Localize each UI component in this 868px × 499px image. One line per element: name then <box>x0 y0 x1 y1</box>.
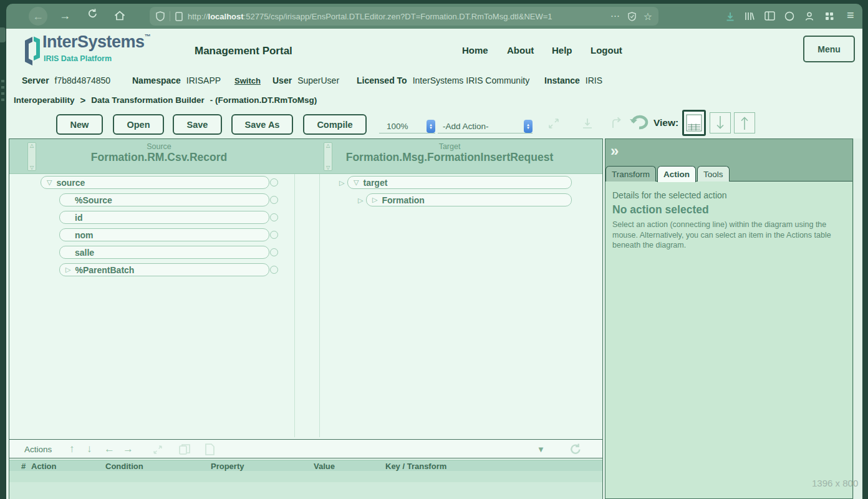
move-left-button[interactable]: ← <box>104 443 115 455</box>
tracking-shield-icon[interactable] <box>156 11 165 21</box>
firefox-view-button[interactable] <box>784 11 794 24</box>
page-info-icon[interactable] <box>175 12 183 21</box>
redo-button[interactable] <box>609 116 624 133</box>
scroll-up-icon: △ <box>29 143 35 148</box>
connector-dot[interactable] <box>270 213 278 221</box>
target-property-node[interactable]: ▽ target <box>347 176 572 189</box>
page-scrollbar[interactable] <box>853 138 862 499</box>
instance-info: InstanceIRIS <box>544 75 602 85</box>
scroll-up-icon: △ <box>325 143 331 148</box>
copy-button[interactable] <box>179 443 190 458</box>
source-property-node[interactable]: %Source <box>59 193 269 206</box>
actions-dropdown-icon[interactable]: ▼ <box>537 445 545 454</box>
source-scroll-widget[interactable]: △▽ <box>27 142 36 171</box>
canvas-divider-right <box>319 174 320 437</box>
nav-link[interactable]: About <box>507 45 534 56</box>
app-menu-button[interactable]: ≡ <box>847 8 854 22</box>
node-label: Formation <box>382 195 424 205</box>
expander-icon[interactable]: ▽ <box>354 178 359 187</box>
connector-dot[interactable] <box>270 266 278 274</box>
source-property-node[interactable]: ▽ source <box>41 176 269 189</box>
zoom-select[interactable]: 100% ▲▼ <box>379 120 435 133</box>
sidebar-tab[interactable]: Action <box>657 166 696 182</box>
toolbar-button[interactable]: Open <box>113 114 164 135</box>
node-label: salle <box>75 248 94 258</box>
toolbar-button[interactable]: Save As <box>231 114 293 135</box>
page-title: Management Portal <box>195 45 292 57</box>
source-property-node[interactable]: id <box>59 211 269 224</box>
source-tree-row: %Source <box>41 193 278 206</box>
paste-icon <box>205 443 215 455</box>
circle-swirl-icon <box>784 11 794 21</box>
menu-button[interactable]: Menu <box>803 36 855 62</box>
downloads-button[interactable] <box>725 11 736 24</box>
library-icon <box>745 11 755 21</box>
home-icon <box>114 11 125 21</box>
forward-button[interactable]: → <box>59 9 70 22</box>
view-scroll-up-button[interactable] <box>734 112 755 133</box>
expander-icon[interactable]: ▷ <box>372 196 377 204</box>
view-scroll-down-button[interactable] <box>710 112 731 133</box>
library-button[interactable] <box>745 11 755 24</box>
nav-link[interactable]: Home <box>462 45 488 56</box>
toolbar-button[interactable]: Compile <box>303 114 367 135</box>
source-property-node[interactable]: nom <box>59 228 269 241</box>
import-button[interactable] <box>580 116 595 133</box>
node-label: id <box>75 213 82 223</box>
actions-table-header: #ActionConditionPropertyValueKey / Trans… <box>9 460 602 471</box>
source-property-node[interactable]: ▷ %ParentBatch <box>59 263 269 276</box>
connector-dot[interactable] <box>270 248 278 256</box>
extensions-button[interactable] <box>824 11 834 24</box>
target-scroll-widget[interactable]: △▽ <box>324 142 332 171</box>
collapse-sidebar-icon[interactable]: » <box>610 142 619 160</box>
refresh-button[interactable] <box>87 8 98 22</box>
toolbar-button[interactable]: New <box>56 114 103 135</box>
connector-dot[interactable] <box>270 231 278 239</box>
paste-button[interactable] <box>205 443 215 458</box>
cut-button[interactable] <box>152 443 164 458</box>
connector-triangle[interactable]: ▷ <box>358 196 363 205</box>
expander-icon[interactable]: ▷ <box>65 266 70 274</box>
view-diagram-table-button[interactable] <box>682 110 706 136</box>
actions-label: Actions <box>24 445 52 454</box>
scroll-down-icon: ▽ <box>29 165 35 170</box>
details-sidebar: » TransformActionTools Details for the s… <box>605 138 853 499</box>
nav-link[interactable]: Logout <box>591 45 622 56</box>
url-host: localhost <box>208 12 244 21</box>
move-down-button[interactable]: ↓ <box>87 443 92 455</box>
move-right-button[interactable]: → <box>123 443 133 455</box>
undo-button[interactable] <box>629 115 650 133</box>
target-property-node[interactable]: ▷ Formation <box>366 193 572 206</box>
url-text[interactable]: http://localhost:52775/csp/irisapp/EnsPo… <box>188 12 605 21</box>
source-property-node[interactable]: salle <box>59 246 269 259</box>
expander-icon[interactable]: ▽ <box>47 178 52 187</box>
table-column-header: Value <box>314 462 335 471</box>
add-action-select[interactable]: -Add Action- ▲▼ <box>438 120 533 133</box>
target-header: Target Formation.Msg.FormationInsertRequ… <box>306 142 593 164</box>
connector-dot[interactable] <box>270 196 278 204</box>
breadcrumb-detail: - (Formation.DT.RmToMsg) <box>210 95 317 105</box>
hamburger-icon: ≡ <box>847 8 854 22</box>
refresh-actions-button[interactable] <box>569 443 582 458</box>
home-button[interactable] <box>114 11 125 24</box>
permissions-shield-icon[interactable] <box>628 12 636 21</box>
sidebar-tab[interactable]: Tools <box>697 166 730 182</box>
move-up-button[interactable]: ↑ <box>69 443 75 455</box>
address-bar[interactable]: http://localhost:52775/csp/irisapp/EnsPo… <box>150 7 658 26</box>
switch-namespace-link[interactable]: Switch <box>234 76 261 85</box>
sidebars-button[interactable] <box>764 11 775 23</box>
breadcrumb-root-link[interactable]: Interoperability <box>14 95 75 105</box>
back-button[interactable]: ← <box>29 7 47 26</box>
connector-triangle[interactable]: ▷ <box>339 179 344 187</box>
nav-link[interactable]: Help <box>552 45 572 56</box>
logo-wordmark: InterSystems™ <box>42 32 151 52</box>
disconnect-button[interactable] <box>546 116 561 133</box>
toolbar-button[interactable]: Save <box>173 114 222 135</box>
account-button[interactable] <box>804 11 814 24</box>
sidebar-tab[interactable]: Transform <box>605 166 656 182</box>
target-tree-row: ▷ ▽ target <box>339 176 572 189</box>
connector-dot[interactable] <box>270 178 278 187</box>
corner-arrow-icon <box>609 116 624 131</box>
bookmark-star-icon[interactable]: ☆ <box>644 11 652 22</box>
page-actions-icon[interactable]: ⋯ <box>610 11 620 22</box>
